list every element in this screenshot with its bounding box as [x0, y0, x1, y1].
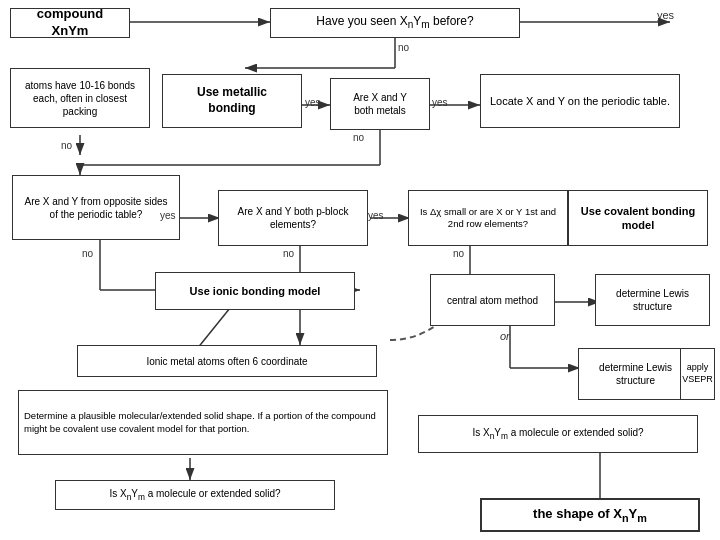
central-atom-label: central atom method: [447, 294, 538, 307]
no-pblock: no: [283, 248, 294, 259]
are-xy-metals-box: Are X and Yboth metals: [330, 78, 430, 130]
yes-opposite: yes: [160, 210, 176, 221]
are-xy-opposite-label: Are X and Y from opposite sides of the p…: [19, 195, 173, 221]
determine-plausible-label: Determine a plausible molecular/extended…: [24, 410, 382, 435]
locate-xy-label: Locate X and Y on the periodic table.: [490, 94, 670, 108]
ionic-metal-label: Ionic metal atoms often 6 coordinate: [146, 355, 307, 368]
is-delta-chi-label: Is Δχ small or are X or Y 1st and 2nd ro…: [415, 206, 561, 231]
determine-lewis-1-label: determine Lewis structure: [602, 287, 703, 313]
have-you-seen-box: Have you seen XnYm before?: [270, 8, 520, 38]
apply-vsepr-box: apply VSEPR: [680, 348, 715, 400]
no-delta: no: [453, 248, 464, 259]
use-ionic-label: Use ionic bonding model: [190, 284, 321, 298]
no-from-metals: no: [353, 132, 364, 143]
compound-label: compound XnYm: [17, 6, 123, 40]
the-shape-label: the shape of XnYm: [533, 506, 647, 525]
use-metallic-label: Use metallicbonding: [197, 85, 267, 116]
central-atom-box: central atom method: [430, 274, 555, 326]
yes-metallic: yes: [305, 97, 321, 108]
no-label-have-seen: no: [398, 42, 409, 53]
use-ionic-box: Use ionic bonding model: [155, 272, 355, 310]
is-xnym-bottom-box: Is XnYm a molecule or extended solid?: [55, 480, 335, 510]
use-metallic-box: Use metallicbonding: [162, 74, 302, 128]
are-xy-pblock-label: Are X and Y both p-block elements?: [225, 205, 361, 231]
determine-lewis-2-box: determine Lewis structure: [578, 348, 693, 400]
yes-pblock: yes: [368, 210, 384, 221]
compound-box: compound XnYm: [10, 8, 130, 38]
use-covalent-label: Use covalent bonding model: [575, 204, 701, 233]
yes-locate: yes: [432, 97, 448, 108]
use-covalent-box: Use covalent bonding model: [568, 190, 708, 246]
ionic-metal-box: Ionic metal atoms often 6 coordinate: [77, 345, 377, 377]
no-atoms-down: no: [61, 140, 72, 151]
no-opposite: no: [82, 248, 93, 259]
locate-xy-box: Locate X and Y on the periodic table.: [480, 74, 680, 128]
are-xy-metals-label: Are X and Yboth metals: [353, 91, 407, 117]
is-delta-chi-box: Is Δχ small or are X or Y 1st and 2nd ro…: [408, 190, 568, 246]
or-label: or: [500, 330, 510, 342]
is-xnym-right-box: Is XnYm a molecule or extended solid?: [418, 415, 698, 453]
is-xnym-bottom-label: Is XnYm a molecule or extended solid?: [109, 487, 280, 503]
are-xy-opposite-box: Are X and Y from opposite sides of the p…: [12, 175, 180, 240]
atoms-have-label: atoms have 10-16 bonds each, often in cl…: [17, 79, 143, 118]
apply-vsepr-label: apply VSEPR: [682, 362, 713, 385]
determine-lewis-2-label: determine Lewis structure: [585, 361, 686, 387]
are-xy-pblock-box: Are X and Y both p-block elements?: [218, 190, 368, 246]
the-shape-box: the shape of XnYm: [480, 498, 700, 532]
determine-lewis-1-box: determine Lewis structure: [595, 274, 710, 326]
determine-plausible-box: Determine a plausible molecular/extended…: [18, 390, 388, 455]
yes-top-right: yes: [657, 9, 674, 21]
have-you-seen-label: Have you seen XnYm before?: [316, 14, 473, 31]
atoms-have-box: atoms have 10-16 bonds each, often in cl…: [10, 68, 150, 128]
is-xnym-right-label: Is XnYm a molecule or extended solid?: [472, 426, 643, 442]
